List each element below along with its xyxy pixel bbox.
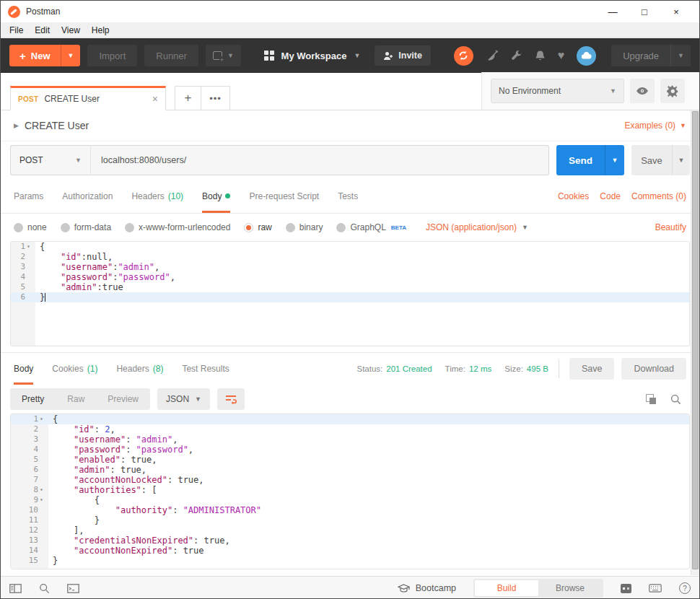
url-input[interactable] bbox=[91, 145, 549, 175]
send-button[interactable]: Send bbox=[556, 145, 605, 175]
radio-icon[interactable] bbox=[336, 223, 346, 232]
open-new-tab-button[interactable]: + bbox=[175, 86, 201, 110]
response-tab-headers[interactable]: Headers(8) bbox=[116, 353, 163, 385]
body-type-none[interactable]: none bbox=[14, 222, 47, 232]
view-mode-raw[interactable]: Raw bbox=[56, 388, 96, 410]
tab-create-user[interactable]: POST CREATE User × bbox=[10, 86, 166, 110]
maximize-button[interactable]: □ bbox=[629, 1, 660, 22]
response-body-viewer[interactable]: 1▾{2 "id": 2,3 "username": "admin",4 "pa… bbox=[10, 414, 690, 569]
code-line[interactable]: 1▾{ bbox=[11, 414, 689, 424]
body-type-form-data[interactable]: form-data bbox=[61, 222, 111, 232]
sync-status-cloud-button[interactable] bbox=[577, 46, 596, 66]
toggle-sidebar-button[interactable] bbox=[9, 584, 22, 593]
new-window-button[interactable]: ▼ bbox=[206, 45, 241, 66]
build-tab[interactable]: Build bbox=[475, 580, 538, 596]
vertical-scrollbar[interactable] bbox=[691, 110, 699, 575]
response-tab-cookies[interactable]: Cookies(1) bbox=[52, 353, 97, 385]
radio-icon[interactable] bbox=[286, 223, 295, 232]
bootcamp-button[interactable]: Bootcamp bbox=[398, 583, 456, 593]
code-line[interactable]: 3 "username": "admin", bbox=[11, 434, 689, 445]
environment-settings-button[interactable] bbox=[660, 79, 685, 103]
code-line[interactable]: 11 } bbox=[11, 515, 689, 525]
code-line[interactable]: 1▾{ bbox=[11, 242, 689, 252]
view-mode-pretty[interactable]: Pretty bbox=[10, 388, 56, 410]
request-tab-tests[interactable]: Tests bbox=[338, 179, 358, 213]
request-tab-headers[interactable]: Headers(10) bbox=[131, 179, 183, 213]
help-button[interactable]: ? bbox=[679, 582, 691, 594]
radio-icon[interactable] bbox=[244, 223, 253, 232]
tab-close-icon[interactable]: × bbox=[152, 93, 158, 105]
code-line[interactable]: 6} bbox=[11, 292, 689, 302]
code-line[interactable]: 13 "credentialsNonExpired": true, bbox=[11, 535, 689, 546]
content-type-selector[interactable]: JSON (application/json) ▼ bbox=[426, 222, 528, 232]
code-line[interactable]: 5 "enabled": true, bbox=[11, 455, 689, 465]
code-line[interactable]: 2 "id":null, bbox=[11, 252, 689, 262]
radio-icon[interactable] bbox=[14, 223, 23, 232]
upgrade-caret-icon[interactable]: ▼ bbox=[670, 45, 691, 66]
view-mode-preview[interactable]: Preview bbox=[96, 388, 150, 410]
save-caret-icon[interactable]: ▼ bbox=[672, 145, 690, 175]
radio-icon[interactable] bbox=[125, 223, 134, 232]
body-type-x-www-form-urlencoded[interactable]: x-www-form-urlencoded bbox=[125, 222, 230, 232]
beautify-link[interactable]: Beautify bbox=[655, 222, 686, 232]
response-format-selector[interactable]: JSON ▼ bbox=[157, 388, 210, 410]
upgrade-button[interactable]: Upgrade ▼ bbox=[611, 45, 691, 66]
body-type-raw[interactable]: raw bbox=[244, 222, 271, 232]
code-line[interactable]: 5 "admin":true bbox=[11, 282, 689, 292]
send-caret-icon[interactable]: ▼ bbox=[605, 145, 624, 175]
sync-button[interactable] bbox=[454, 46, 473, 66]
favorites-heart-icon[interactable]: ♥ bbox=[558, 49, 565, 62]
request-tab-body[interactable]: Body bbox=[202, 179, 230, 213]
minimize-button[interactable]: — bbox=[597, 1, 629, 22]
menu-edit[interactable]: Edit bbox=[29, 24, 56, 37]
request-body-editor[interactable]: 1▾{2 "id":null,3 "username":"admin",4 "p… bbox=[10, 241, 690, 346]
menu-file[interactable]: File bbox=[4, 24, 29, 37]
code-line[interactable]: 8▾ "authorities": [ bbox=[11, 485, 689, 495]
new-button[interactable]: +New ▼ bbox=[9, 45, 80, 66]
search-response-icon[interactable] bbox=[670, 394, 681, 405]
link-comments-0-[interactable]: Comments (0) bbox=[631, 191, 686, 201]
request-tab-params[interactable]: Params bbox=[14, 179, 43, 213]
new-dropdown-caret-icon[interactable]: ▼ bbox=[61, 45, 81, 66]
request-tab-pre-request-script[interactable]: Pre-request Script bbox=[249, 179, 319, 213]
two-pane-view-button[interactable] bbox=[621, 584, 631, 593]
menu-help[interactable]: Help bbox=[86, 24, 115, 37]
collapse-caret-icon[interactable]: ▶ bbox=[14, 122, 19, 129]
body-type-graphql[interactable]: GraphQLBETA bbox=[336, 222, 406, 232]
scrollbar-thumb[interactable] bbox=[692, 111, 699, 569]
code-line[interactable]: 3 "username":"admin", bbox=[11, 262, 689, 272]
environment-selector[interactable]: No Environment ▼ bbox=[491, 79, 624, 103]
save-request-button[interactable]: Save bbox=[631, 145, 672, 175]
environment-preview-button[interactable] bbox=[630, 79, 655, 103]
runner-button[interactable]: Runner bbox=[144, 45, 198, 66]
link-code[interactable]: Code bbox=[600, 191, 621, 201]
api-network-button[interactable] bbox=[486, 50, 499, 61]
code-line[interactable]: 7 "accountNonLocked": true, bbox=[11, 475, 689, 485]
settings-wrench-button[interactable] bbox=[511, 50, 522, 61]
radio-icon[interactable] bbox=[61, 223, 70, 232]
examples-dropdown[interactable]: Examples (0) ▼ bbox=[624, 121, 686, 131]
close-button[interactable]: × bbox=[660, 1, 692, 22]
response-tab-test-results[interactable]: Test Results bbox=[182, 353, 229, 385]
download-response-button[interactable]: Download bbox=[621, 358, 686, 380]
notifications-button[interactable] bbox=[535, 50, 546, 61]
code-line[interactable]: 14 "accountNonExpired": true bbox=[11, 546, 689, 556]
code-line[interactable]: 6 "admin": true, bbox=[11, 465, 689, 475]
console-button[interactable] bbox=[67, 584, 79, 593]
method-selector[interactable]: POST ▼ bbox=[10, 145, 91, 175]
copy-response-icon[interactable] bbox=[646, 394, 656, 404]
code-line[interactable]: 4 "password":"password", bbox=[11, 272, 689, 282]
invite-button[interactable]: Invite bbox=[375, 45, 431, 66]
code-line[interactable]: 9▾ { bbox=[11, 495, 689, 505]
body-type-binary[interactable]: binary bbox=[286, 222, 323, 232]
workspace-switcher[interactable]: My Workspace ▼ Invite bbox=[264, 45, 431, 66]
browse-tab[interactable]: Browse bbox=[538, 580, 602, 596]
code-line[interactable]: 12 ], bbox=[11, 525, 689, 535]
code-line[interactable]: 15} bbox=[11, 556, 689, 566]
wrap-text-button[interactable] bbox=[217, 388, 245, 410]
code-line[interactable]: 4 "password": "password", bbox=[11, 445, 689, 455]
import-button[interactable]: Import bbox=[87, 45, 137, 66]
menu-view[interactable]: View bbox=[56, 24, 86, 37]
save-response-button[interactable]: Save bbox=[569, 358, 615, 380]
link-cookies[interactable]: Cookies bbox=[558, 191, 589, 201]
